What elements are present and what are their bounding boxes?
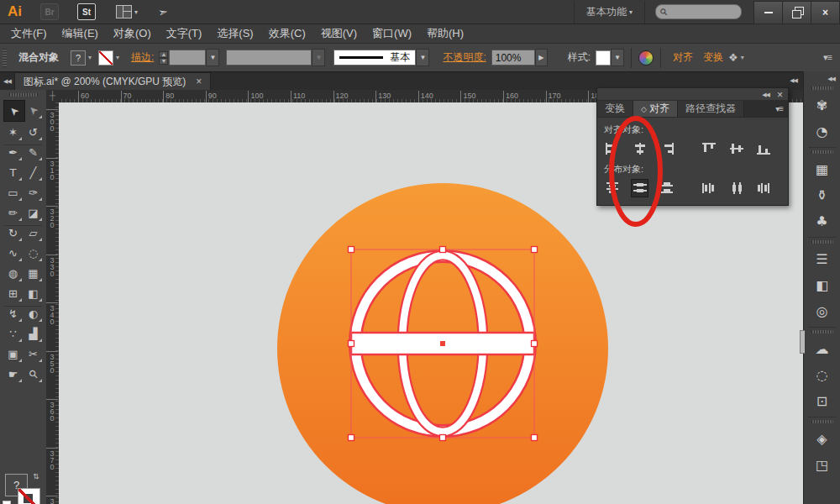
horizontal-align-right-button[interactable] [658, 139, 676, 158]
hand-tool[interactable]: ☛ [3, 364, 24, 384]
chevron-down-icon[interactable]: ▾ [116, 54, 119, 61]
gripper-icon[interactable] [9, 93, 38, 97]
stroke-icon[interactable]: ☰ [804, 246, 840, 272]
dock-drag-handle[interactable] [800, 330, 805, 354]
artboards-icon[interactable]: ◳ [804, 452, 840, 478]
collapse-toolbar-icon[interactable]: ◀◀ [3, 78, 11, 85]
arrange-documents-button[interactable]: ▾ [116, 5, 138, 18]
collapse-panel-icon[interactable]: ◀◀ [762, 92, 769, 98]
chevron-down-icon[interactable]: ▾ [741, 54, 744, 61]
brush-definition-dropdown[interactable]: ▼ [416, 49, 429, 66]
opacity-field[interactable]: 100% [491, 50, 535, 66]
stroke-weight-stepper[interactable]: ▲▼ [159, 51, 168, 65]
ruler-origin-corner[interactable]: ┼ [46, 90, 60, 103]
slice-tool[interactable]: ✂ [24, 344, 44, 364]
close-document-icon[interactable]: × [196, 76, 202, 87]
shape-builder-tool[interactable]: ◍ [3, 263, 24, 283]
shape-mode-icon[interactable]: ❖ [728, 51, 738, 64]
type-tool[interactable]: T [3, 162, 24, 182]
graph-tool[interactable]: ▟ [24, 323, 44, 344]
stroke-indicator[interactable] [18, 488, 40, 504]
color-panel-icon[interactable]: ✾ [804, 92, 840, 118]
pencil-tool[interactable]: ✏ [3, 202, 24, 223]
tab-路径查找器[interactable]: 路径查找器 [678, 101, 744, 117]
symbols-icon[interactable]: ♣ [804, 208, 840, 234]
menu-item-5[interactable]: 选择(S) [209, 24, 260, 44]
gradient-icon[interactable]: ◧ [804, 272, 840, 298]
document-tab[interactable]: 图标.ai* @ 200% (CMYK/GPU 预览) × [14, 72, 212, 90]
eraser-tool[interactable]: ◪ [24, 202, 44, 223]
magic-wand-tool[interactable]: ✶ [3, 122, 24, 142]
menu-item-1[interactable]: 文件(F) [3, 24, 55, 44]
vertical-ruler[interactable]: 3 0 03 1 03 2 03 3 03 4 03 5 03 6 03 7 0… [46, 102, 60, 504]
restore-button[interactable] [783, 1, 811, 24]
free-transform-tool[interactable]: ◌ [24, 243, 44, 263]
horizontal-distribute-center-button[interactable] [727, 179, 746, 197]
menu-item-4[interactable]: 文字(T) [159, 24, 210, 44]
opacity-link[interactable]: 不透明度: [443, 50, 486, 65]
direct-selection-tool[interactable]: ➤ [24, 100, 44, 120]
width-profile-dropdown[interactable]: ▼ [312, 49, 325, 66]
workspace-switcher[interactable]: 基本功能 ▾ [574, 1, 645, 24]
chevron-down-icon[interactable]: ▾ [88, 54, 92, 61]
vertical-align-center-button[interactable] [727, 139, 746, 158]
symbol-sprayer-tool[interactable]: ∵ [3, 323, 24, 344]
width-profile-field[interactable] [226, 50, 312, 66]
horizontal-distribute-right-button[interactable] [754, 179, 773, 197]
menu-item-9[interactable]: 帮助(H) [419, 24, 471, 44]
vertical-align-bottom-button[interactable] [754, 139, 773, 158]
share-icon[interactable]: ➣ [157, 4, 169, 19]
vertical-distribute-bottom-button[interactable] [658, 179, 676, 197]
gripper-icon[interactable] [811, 150, 833, 154]
panel-menu-icon[interactable]: ▾≡ [775, 104, 783, 113]
stroke-weight-dropdown[interactable]: ▼ [206, 49, 219, 66]
menu-item-8[interactable]: 窗口(W) [365, 24, 419, 44]
selection-tool[interactable]: ➤ [3, 100, 25, 122]
style-dropdown[interactable]: ▼ [611, 49, 624, 66]
swap-fill-stroke-icon[interactable]: ⇄ [32, 473, 40, 480]
control-panel-menu-icon[interactable]: ▾≡ [823, 52, 832, 63]
stroke-weight-field[interactable] [169, 50, 206, 66]
layers-icon[interactable]: ◈ [804, 426, 840, 452]
stroke-color-swatch[interactable] [98, 50, 113, 66]
gripper-icon[interactable] [811, 240, 833, 244]
fill-color-swatch[interactable]: ? [71, 50, 86, 66]
horizontal-align-center-button[interactable] [631, 139, 649, 158]
rectangle-tool[interactable]: ▭ [3, 182, 24, 202]
menu-item-6[interactable]: 效果(C) [261, 24, 313, 44]
vertical-distribute-center-button[interactable] [631, 179, 649, 197]
stroke-panel-link[interactable]: 描边: [131, 50, 154, 65]
opacity-dropdown[interactable]: ▶ [535, 49, 548, 66]
close-panel-icon[interactable]: × [777, 89, 783, 101]
menu-item-3[interactable]: 对象(O) [106, 24, 159, 44]
transparency-icon[interactable]: ◎ [804, 298, 840, 324]
zoom-tool[interactable]: ⚲ [24, 364, 44, 384]
horizontal-distribute-left-button[interactable] [700, 179, 718, 197]
recolor-artwork-icon[interactable] [638, 50, 654, 66]
lasso-tool[interactable]: ↺ [24, 122, 44, 142]
brushes-icon[interactable]: ⚱ [804, 182, 840, 208]
menu-item-7[interactable]: 视图(V) [313, 24, 365, 44]
default-fill-stroke-icon[interactable] [3, 501, 11, 504]
expand-dock-icon[interactable]: ◀◀ [804, 71, 840, 84]
transform-panel-link[interactable]: 变换 [703, 50, 723, 65]
collapse-dock-icon[interactable]: ◀◀ [790, 77, 797, 84]
gripper-icon[interactable] [811, 420, 833, 423]
tab-变换[interactable]: 变换 [597, 101, 633, 117]
perspective-grid-tool[interactable]: ▦ [24, 263, 44, 283]
gripper-icon[interactable] [3, 49, 7, 67]
gripper-icon[interactable] [811, 87, 833, 90]
bridge-button[interactable]: Br [40, 3, 59, 20]
vertical-distribute-top-button[interactable] [603, 179, 622, 197]
swatches-icon[interactable]: ▦ [804, 156, 840, 182]
vertical-align-top-button[interactable] [700, 139, 718, 158]
brush-definition-field[interactable]: 基本 [333, 50, 416, 66]
appearance-icon[interactable]: ◌ [804, 362, 840, 388]
style-swatch[interactable] [596, 50, 611, 66]
tab-对齐[interactable]: ◇对齐 [633, 101, 678, 117]
artboard-tool[interactable]: ▣ [3, 344, 24, 364]
line-segment-tool[interactable]: ╱ [24, 162, 44, 182]
horizontal-align-left-button[interactable] [603, 139, 622, 158]
gripper-icon[interactable] [811, 330, 833, 333]
menu-item-2[interactable]: 编辑(E) [55, 24, 106, 44]
